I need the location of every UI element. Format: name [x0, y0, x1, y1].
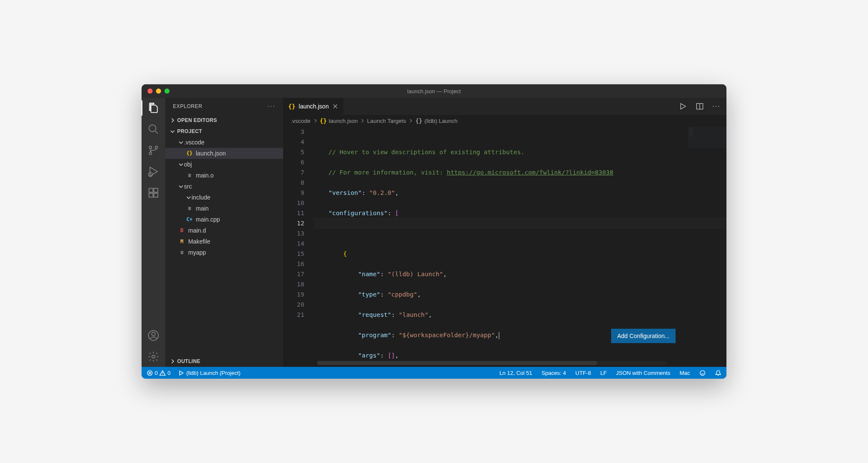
breadcrumb[interactable]: .vscode {} launch.json Launch Targets {}… [283, 115, 726, 127]
tab-actions: ··· [679, 98, 726, 115]
svg-rect-7 [149, 193, 153, 197]
json-icon: {} [186, 150, 193, 157]
status-language[interactable]: JSON with Comments [616, 370, 670, 376]
chevron-down-icon [178, 183, 184, 189]
project-section[interactable]: PROJECT [165, 126, 283, 137]
chevron-right-icon [360, 118, 365, 123]
gear-icon [147, 351, 159, 363]
text-cursor [499, 332, 499, 339]
maximize-window-button[interactable] [164, 89, 170, 94]
line-gutter: 3 4 5 6 7 8 9 10 11 12 13 14 15 16 17 18… [283, 127, 314, 367]
chevron-right-icon [408, 118, 413, 123]
minimap[interactable]: ▬▬▬▬▬▬▬▬▬▬▬▬▬▬▬▬▬▬▬▬▬▬▬▬▬▬▬▬▬▬▬▬▬▬▬▬▬▬▬▬… [688, 127, 726, 148]
chevron-down-icon [170, 128, 175, 134]
settings-activity[interactable] [142, 351, 165, 363]
status-launch-config[interactable]: (lldb) Launch (Project) [178, 370, 240, 376]
tab-launch-json[interactable]: {} launch.json [283, 98, 344, 115]
chevron-down-icon [178, 161, 184, 167]
code-editor[interactable]: 3 4 5 6 7 8 9 10 11 12 13 14 15 16 17 18… [283, 127, 726, 367]
d-icon: D [178, 227, 186, 234]
folder-src[interactable]: src [165, 181, 283, 192]
cpp-icon: C+ [186, 216, 193, 223]
debug-icon [147, 166, 159, 177]
status-eol[interactable]: LF [600, 370, 606, 376]
account-icon [147, 330, 159, 341]
svg-rect-8 [154, 193, 158, 197]
file-main-cpp[interactable]: C+ main.cpp [165, 214, 283, 225]
file-main-o[interactable]: ≡ main.o [165, 170, 283, 181]
open-editors-section[interactable]: OPEN EDITORS [165, 115, 283, 126]
warning-icon [159, 370, 166, 376]
files-icon [147, 102, 159, 114]
svg-point-14 [700, 370, 705, 375]
svg-point-10 [152, 332, 155, 335]
git-icon [147, 144, 159, 156]
debug-activity[interactable] [142, 166, 165, 177]
file-icon: ≡ [186, 172, 193, 179]
explorer-activity[interactable] [142, 102, 165, 114]
file-icon: ≡ [178, 249, 186, 256]
file-tree: .vscode {} launch.json obj ≡ main.o src [165, 137, 283, 356]
json-icon: {} [320, 117, 327, 124]
folder-vscode[interactable]: .vscode [165, 137, 283, 148]
sidebar-more-button[interactable]: ··· [267, 103, 275, 110]
statusbar: 0 0 (lldb) Launch (Project) Ln 12, Col 5… [142, 367, 726, 379]
svg-point-2 [155, 146, 158, 149]
editor-more-button[interactable]: ··· [712, 103, 721, 110]
error-icon [147, 370, 153, 376]
split-editor-icon[interactable] [696, 102, 704, 111]
file-makefile[interactable]: M Makefile [165, 236, 283, 247]
file-myapp[interactable]: ≡ myapp [165, 247, 283, 258]
breadcrumb-item[interactable]: .vscode [291, 118, 311, 124]
json-icon: {} [288, 103, 295, 110]
file-icon: ≡ [186, 205, 193, 212]
svg-point-0 [149, 125, 156, 132]
extensions-activity[interactable] [142, 187, 165, 199]
bell-icon[interactable] [715, 370, 721, 376]
file-launch-json[interactable]: {} launch.json [165, 148, 283, 159]
status-indentation[interactable]: Spaces: 4 [542, 370, 566, 376]
current-line-highlight [314, 218, 726, 228]
svg-rect-6 [154, 189, 158, 192]
braces-icon: {} [415, 117, 422, 124]
horizontal-scrollbar[interactable] [317, 361, 667, 365]
close-window-button[interactable] [147, 89, 153, 94]
sidebar-header: EXPLORER ··· [165, 98, 283, 115]
status-problems[interactable]: 0 0 [147, 370, 170, 376]
status-os[interactable]: Mac [679, 370, 690, 376]
chevron-right-icon [170, 358, 175, 364]
minimize-window-button[interactable] [156, 89, 161, 94]
file-main-d[interactable]: D main.d [165, 225, 283, 236]
chevron-down-icon [178, 139, 184, 145]
status-encoding[interactable]: UTF-8 [576, 370, 591, 376]
outline-section[interactable]: OUTLINE [165, 356, 283, 367]
feedback-icon[interactable] [699, 370, 706, 376]
file-main[interactable]: ≡ main [165, 203, 283, 214]
svg-rect-5 [149, 189, 153, 192]
svg-point-1 [149, 146, 152, 149]
traffic-lights [142, 89, 170, 94]
sidebar: EXPLORER ··· OPEN EDITORS PROJECT .vscod… [165, 98, 283, 367]
breadcrumb-item[interactable]: Launch Targets [367, 118, 406, 124]
source-control-activity[interactable] [142, 144, 165, 156]
breadcrumb-item[interactable]: launch.json [329, 118, 358, 124]
run-icon[interactable] [679, 102, 687, 111]
folder-obj[interactable]: obj [165, 159, 283, 170]
tab-label: launch.json [299, 103, 329, 110]
tab-bar: {} launch.json ··· [283, 98, 726, 115]
extensions-icon [147, 187, 159, 199]
breadcrumb-item[interactable]: (lldb) Launch [424, 118, 457, 124]
sidebar-title: EXPLORER [173, 103, 267, 109]
window-title: launch.json — Project [407, 88, 461, 94]
chevron-right-icon [170, 117, 175, 123]
search-activity[interactable] [142, 123, 165, 135]
folder-include[interactable]: include [165, 192, 283, 203]
status-cursor-position[interactable]: Ln 12, Col 51 [499, 370, 532, 376]
scrollbar-thumb[interactable] [317, 361, 597, 365]
svg-point-11 [152, 355, 155, 358]
close-icon[interactable] [332, 103, 338, 109]
add-configuration-button[interactable]: Add Configuration... [611, 329, 676, 343]
search-icon [147, 123, 159, 135]
activity-bar [142, 98, 165, 367]
account-activity[interactable] [142, 330, 165, 341]
